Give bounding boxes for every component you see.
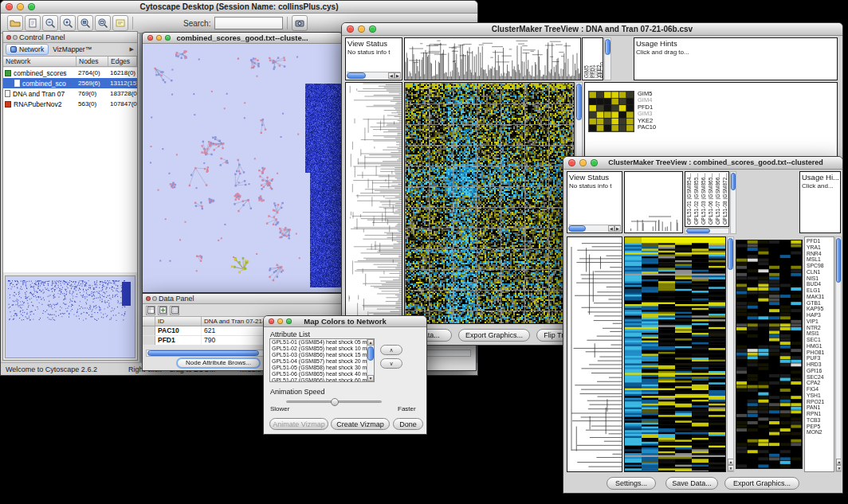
attribute-item[interactable]: GPL51-05 (GSM858) heat shock 30 min <box>270 365 367 371</box>
gene-label[interactable]: PUF3 <box>807 355 834 361</box>
gene-label[interactable]: YRA1 <box>807 244 834 251</box>
move-down-button[interactable]: ∨ <box>380 358 402 369</box>
gene-label[interactable]: BUD4 <box>807 281 834 287</box>
zoom-window-button[interactable] <box>165 35 171 41</box>
column-header-network[interactable]: Network <box>3 57 77 66</box>
scrollbar-thumb[interactable] <box>367 346 374 361</box>
heatmap-vertical-scrollbar[interactable]: ▲ ▼ <box>727 236 734 472</box>
import-button[interactable] <box>25 15 41 31</box>
panel-close-icon[interactable] <box>6 35 11 40</box>
column-label[interactable]: GPL51-08 (GSM872... <box>722 172 728 225</box>
zoom-window-button[interactable] <box>286 318 292 324</box>
annotation-button[interactable] <box>112 15 128 31</box>
network-row-1[interactable]: combined_scores2764(0)16218(0) <box>3 68 137 78</box>
attribute-item[interactable]: GPL51-06 (GSM865) heat shock 40 min <box>270 371 367 377</box>
network-row-2[interactable]: combined_sco2569(6)13112(15) <box>3 78 137 88</box>
gene-label[interactable]: ELG1 <box>807 287 834 294</box>
gene-label[interactable]: NIS1 <box>807 275 834 282</box>
speed-slider-thumb[interactable] <box>331 398 339 406</box>
gene-label[interactable]: YSH1 <box>807 393 834 399</box>
settings-button[interactable]: Settings... <box>607 477 656 490</box>
column-label[interactable]: GPL51-03 (GSM856... <box>701 172 706 225</box>
gene-label[interactable]: SEC1 <box>807 337 834 343</box>
tab-overflow-arrow-icon[interactable]: ▶ <box>130 46 134 53</box>
scroll-up-arrow-icon[interactable]: ▲ <box>367 339 374 346</box>
row-dendrogram-canvas[interactable] <box>567 237 622 471</box>
minimize-button[interactable] <box>579 159 587 166</box>
scrollbar-thumb[interactable] <box>836 238 841 283</box>
zoom-in-button[interactable] <box>60 15 76 31</box>
scrollbar-thumb[interactable] <box>728 238 733 270</box>
zoom-out-button[interactable] <box>42 15 58 31</box>
animate-vizmap-button[interactable]: Animate Vizmap <box>269 418 328 430</box>
treeview1-titlebar[interactable]: ClusterMaker TreeView : DNA and Tran 07-… <box>342 23 842 36</box>
gene-label[interactable]: PHO81 <box>807 350 834 356</box>
main-titlebar[interactable]: Cytoscape Desktop (Session Name: collins… <box>1 1 477 14</box>
move-up-button[interactable]: ∧ <box>380 345 402 355</box>
scrollbar-thumb[interactable] <box>576 84 582 120</box>
scrollbar-thumb[interactable] <box>147 350 259 356</box>
scroll-right-arrow-icon[interactable]: ▶ <box>614 225 621 232</box>
attribute-item[interactable]: GPL51-01 (GSM854) heat shock 05 min <box>270 339 367 346</box>
network-row-4[interactable]: RNAPuberNov2563(0)107847(0) <box>3 99 137 109</box>
column-labels-scrollbar[interactable] <box>604 37 611 80</box>
treeview2-titlebar[interactable]: ClusterMaker TreeView : combined_scores_… <box>563 157 842 170</box>
attribute-list-scrollbar[interactable]: ▲ ▼ <box>367 339 374 381</box>
scroll-down-arrow-icon[interactable]: ▼ <box>728 465 734 471</box>
scrollbar-thumb[interactable] <box>686 229 710 233</box>
snapshot-button[interactable] <box>292 15 308 31</box>
minimize-button[interactable] <box>156 35 162 41</box>
zoom-selected-button[interactable] <box>77 15 93 31</box>
gene-label[interactable]: HMG1 <box>807 343 834 350</box>
network-overview-panel[interactable] <box>5 275 135 358</box>
create-attribute-icon[interactable] <box>158 306 167 315</box>
close-button[interactable] <box>6 3 13 10</box>
summary-matrix-canvas[interactable] <box>589 92 634 131</box>
summary-row-label[interactable]: PAC10 <box>638 124 656 131</box>
gene-label[interactable]: HRD3 <box>807 361 834 368</box>
row-dendrogram-canvas[interactable] <box>346 83 402 323</box>
column-header-edges[interactable]: Edges <box>108 57 137 66</box>
heatmap-canvas[interactable] <box>625 237 725 471</box>
network-overview-canvas[interactable] <box>6 276 135 357</box>
gene-label[interactable]: RPN1 <box>807 411 834 417</box>
gene-label[interactable]: GTB1 <box>807 300 834 307</box>
column-dendrogram-canvas[interactable] <box>625 172 682 232</box>
column-labels-scrollbar[interactable] <box>685 228 729 234</box>
column-label[interactable]: GPL51-06 (GSM865... <box>708 172 713 225</box>
panel-close-icon[interactable] <box>146 296 151 301</box>
view-status-scrollbar[interactable]: ◀ ▶ <box>347 72 401 79</box>
open-folder-button[interactable] <box>7 15 23 31</box>
tab-network[interactable]: Network <box>6 44 49 55</box>
global-heatmap-canvas[interactable] <box>736 240 802 468</box>
network-view-titlebar[interactable]: combined_scores_good.txt--cluste... <box>143 33 342 44</box>
gene-label[interactable]: MSI1 <box>807 330 834 337</box>
scrollbar-thumb[interactable] <box>605 39 610 55</box>
control-panel-titlebar[interactable]: Control Panel <box>3 32 137 43</box>
gene-label[interactable]: NTR2 <box>807 325 834 331</box>
minimize-button[interactable] <box>358 25 365 33</box>
minimize-button[interactable] <box>277 318 283 324</box>
done-button[interactable]: Done <box>393 418 423 430</box>
gene-list-scrollbar[interactable]: ▲ ▼ <box>835 236 842 472</box>
minimize-button[interactable] <box>17 3 24 10</box>
column-header-nodes[interactable]: Nodes <box>77 57 108 66</box>
scrollbar-thumb[interactable] <box>568 225 586 232</box>
node-attribute-browser-tab[interactable]: Node Attribute Brows... <box>176 357 261 369</box>
network-view-canvas[interactable] <box>143 44 342 292</box>
scrollbar-thumb[interactable] <box>731 173 736 190</box>
speed-slider[interactable] <box>286 400 382 403</box>
gene-label[interactable]: RNR4 <box>807 251 834 257</box>
view-status-scrollbar[interactable]: ◀ ▶ <box>568 225 621 232</box>
search-input[interactable] <box>214 17 283 29</box>
gene-label[interactable]: CLN1 <box>807 269 834 275</box>
scroll-left-arrow-icon[interactable]: ◀ <box>388 72 395 79</box>
gene-label[interactable]: VIP1 <box>807 318 834 325</box>
close-button[interactable] <box>147 35 153 41</box>
gene-label[interactable]: GPI16 <box>807 368 834 374</box>
attribute-item[interactable]: GPL51-03 (GSM856) heat shock 15 min <box>270 352 367 358</box>
network-row-3[interactable]: DNA and Tran 07769(0)183728(0) <box>3 88 137 99</box>
attribute-item[interactable]: GPL51-04 (GSM857) heat shock 20 min <box>270 358 367 365</box>
column-label[interactable]: PAC10 <box>599 38 603 78</box>
gene-label[interactable]: HAP3 <box>807 312 834 318</box>
